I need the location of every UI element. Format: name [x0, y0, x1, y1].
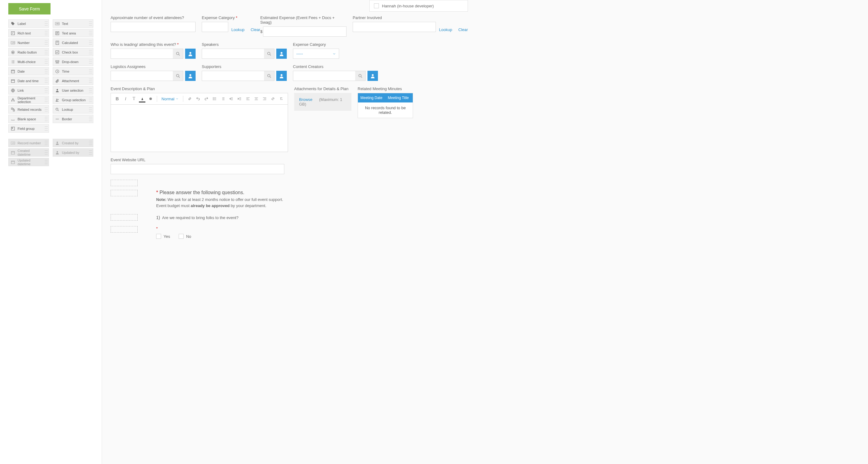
browse-link[interactable]: Browse: [299, 97, 312, 102]
redo-button[interactable]: [203, 95, 210, 102]
fontsize-button[interactable]: T: [131, 95, 137, 102]
search-button[interactable]: [264, 48, 274, 59]
svg-point-34: [281, 52, 282, 54]
palette-updatedby[interactable]: Updated by: [53, 148, 93, 157]
svg-point-36: [189, 74, 191, 76]
palette-date[interactable]: Date: [8, 67, 49, 75]
user-picker-button[interactable]: [185, 48, 195, 59]
user-icon: [54, 88, 60, 94]
palette-blankspace[interactable]: Blank space: [8, 115, 49, 123]
clear-link[interactable]: Clear: [251, 27, 260, 32]
clear-link[interactable]: Clear: [458, 27, 468, 32]
supporters-input[interactable]: [202, 71, 264, 81]
palette-fieldgroup[interactable]: Field group: [8, 124, 49, 133]
palette-department[interactable]: Department selection: [8, 96, 49, 104]
bgcolor-button[interactable]: [147, 95, 154, 102]
label-url: Event Website URL: [111, 158, 284, 162]
palette-calculated[interactable]: Calculated: [53, 38, 93, 47]
label-estimated-expense: Estimated Expense (Event Fees + Docs + S…: [260, 15, 346, 25]
user-picker-button[interactable]: [276, 48, 287, 59]
outdent-button[interactable]: [228, 95, 235, 102]
who-leading-input[interactable]: [111, 48, 173, 59]
palette-groupselection[interactable]: Group selection: [53, 96, 93, 104]
svg-text:ABC: ABC: [56, 23, 59, 25]
palette-createdby[interactable]: Created by: [53, 139, 93, 147]
search-button[interactable]: [355, 71, 366, 81]
blank-space-placeholder[interactable]: [111, 226, 138, 233]
border-icon: [54, 116, 60, 122]
palette-time[interactable]: Time: [53, 67, 93, 75]
palette-updateddatetime[interactable]: Updated datetime: [8, 158, 49, 166]
creators-input[interactable]: [293, 71, 355, 81]
palette-textarea[interactable]: Text area: [53, 29, 93, 37]
attachment-dropzone[interactable]: Browse (Maximum: 1 GB): [294, 93, 351, 111]
align-center-button[interactable]: [253, 95, 260, 102]
svg-point-35: [176, 74, 179, 77]
search-button[interactable]: [264, 71, 274, 81]
attendees-input[interactable]: [111, 22, 195, 32]
palette-number[interactable]: 123Number: [8, 38, 49, 47]
italic-button[interactable]: I: [122, 95, 129, 102]
radio-no[interactable]: No: [179, 234, 191, 239]
palette-border[interactable]: Border: [53, 115, 93, 123]
palette-recordnumber[interactable]: 123Record number: [8, 139, 49, 147]
palette-richtext[interactable]: Rich text: [8, 29, 49, 37]
currency-symbol: $: [260, 29, 262, 34]
ul-button[interactable]: [211, 95, 218, 102]
clear-format-button[interactable]: [278, 95, 285, 102]
save-form-button[interactable]: Save Form: [8, 3, 51, 14]
palette-label[interactable]: Label: [8, 20, 49, 28]
blank-space-placeholder[interactable]: [111, 190, 138, 196]
logistics-input[interactable]: [111, 71, 173, 81]
partner-input[interactable]: [353, 22, 436, 32]
palette-datetime[interactable]: Date and time: [8, 77, 49, 85]
richtext-icon: [10, 30, 16, 36]
svg-point-33: [267, 52, 270, 55]
svg-rect-28: [11, 151, 15, 154]
svg-rect-13: [11, 79, 15, 82]
search-button[interactable]: [173, 48, 183, 59]
expense-category-input[interactable]: [202, 22, 228, 32]
speakers-input[interactable]: [202, 48, 264, 59]
palette-text[interactable]: ABCText: [53, 20, 93, 28]
expense-category-select[interactable]: -----: [293, 48, 339, 59]
palette-related[interactable]: Related records: [8, 105, 49, 113]
radio-yes[interactable]: Yes: [156, 234, 170, 239]
blank-space-placeholder[interactable]: [111, 180, 138, 186]
bold-button[interactable]: B: [114, 95, 120, 102]
lookup-link[interactable]: Lookup: [439, 27, 452, 32]
palette-checkbox[interactable]: Check box: [53, 48, 93, 56]
ol-button[interactable]: [220, 95, 226, 102]
required-mark: *: [156, 226, 158, 231]
link-button[interactable]: [186, 95, 193, 102]
rte-editor[interactable]: [111, 104, 288, 152]
indent-button[interactable]: [237, 95, 243, 102]
checkbox-icon: [54, 49, 60, 55]
question-1: 1) Are we required to bring folks to the…: [156, 215, 239, 220]
palette-createddatetime[interactable]: Created datetime: [8, 148, 49, 157]
palette-dropdown[interactable]: Drop-down: [53, 58, 93, 66]
lookup-link[interactable]: Lookup: [231, 27, 245, 32]
palette-lookup[interactable]: Lookup: [53, 105, 93, 113]
palette-userselection[interactable]: User selection: [53, 86, 93, 95]
search-button[interactable]: [173, 71, 183, 81]
group-icon: [54, 97, 60, 103]
palette-link[interactable]: Link: [8, 86, 49, 95]
fontcolor-button[interactable]: [139, 95, 145, 102]
undo-button[interactable]: [195, 95, 201, 102]
palette-attachment[interactable]: Attachment: [53, 77, 93, 85]
user-picker-button[interactable]: [368, 71, 378, 81]
palette-multichoice[interactable]: Multi-choice: [8, 58, 49, 66]
align-right-button[interactable]: [261, 95, 268, 102]
palette-radio[interactable]: Radio button: [8, 48, 49, 56]
user-picker-button[interactable]: [276, 71, 287, 81]
svg-point-20: [58, 99, 59, 100]
strikethrough-button[interactable]: [270, 95, 276, 102]
estimated-expense-input[interactable]: [263, 27, 346, 37]
user-picker-button[interactable]: [185, 71, 195, 81]
checkbox-hannah[interactable]: Hannah (in-house developer): [369, 0, 468, 12]
format-dropdown[interactable]: Normal: [160, 97, 180, 101]
blank-space-placeholder[interactable]: [111, 214, 138, 221]
align-left-button[interactable]: [245, 95, 251, 102]
event-url-input[interactable]: [111, 164, 284, 174]
